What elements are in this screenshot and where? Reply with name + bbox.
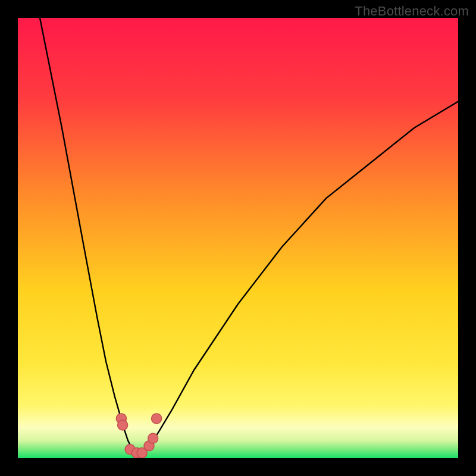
chart-svg	[18, 18, 458, 458]
curve-marker-1	[118, 420, 128, 430]
curve-marker-6	[148, 433, 158, 443]
curve-marker-7	[152, 414, 162, 424]
watermark-text: TheBottleneck.com	[355, 4, 469, 19]
curve-markers	[116, 414, 161, 458]
plot-area	[18, 18, 458, 458]
bottleneck-curve	[40, 18, 458, 454]
chart-frame: TheBottleneck.com	[0, 0, 476, 476]
